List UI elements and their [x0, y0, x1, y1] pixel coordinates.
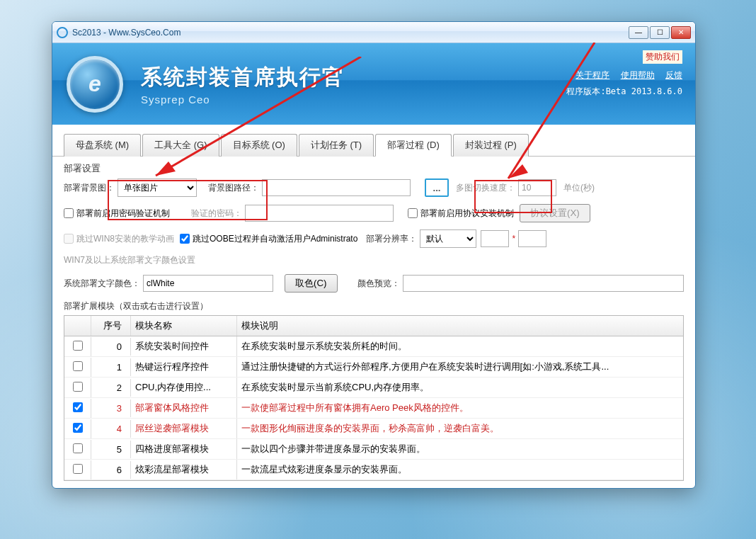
row-name: 热键运行程序控件	[131, 357, 237, 377]
row-checkbox[interactable]	[73, 423, 83, 433]
resolution-select[interactable]: 默认	[420, 229, 476, 248]
modules-title: 部署扩展模块（双击或右击进行设置）	[64, 300, 684, 312]
app-subtitle: Sysprep Ceo	[141, 93, 345, 106]
feedback-link[interactable]: 反馈	[665, 70, 682, 80]
browse-button[interactable]: ...	[425, 178, 449, 197]
modules-table: 序号 模块名称 模块说明 0系统安装时间控件在系统安装时显示系统安装所耗的时间。…	[64, 315, 684, 481]
pick-color-button[interactable]: 取色(C)	[285, 274, 338, 293]
pwd-enable-checkbox[interactable]: 部署前启用密码验证机制	[64, 208, 170, 220]
res-h-input[interactable]	[518, 230, 546, 247]
row-checkbox[interactable]	[73, 402, 83, 412]
table-header: 序号 模块名称 模块说明	[64, 316, 683, 336]
row-num: 1	[91, 358, 131, 376]
app-title: 系统封装首席执行官	[141, 63, 345, 92]
res-sep: *	[512, 234, 515, 244]
maximize-button[interactable]: ☐	[650, 26, 670, 39]
pwd-input[interactable]	[245, 205, 394, 222]
app-window: Sc2013 - Www.SysCeo.Com — ☐ ✕ e 系统封装首席执行…	[52, 21, 696, 489]
switch-speed-label: 多图切换速度：	[456, 182, 515, 194]
row-checkbox[interactable]	[73, 464, 83, 474]
row-checkbox[interactable]	[73, 341, 83, 351]
row-desc: 在系统安装时显示当前系统CPU,内存使用率。	[237, 378, 683, 397]
row-num: 2	[91, 379, 131, 397]
logo: e	[67, 56, 123, 113]
table-row[interactable]: 3部署窗体风格控件一款使部署过程中所有窗体拥有Aero Peek风格的控件。	[64, 398, 683, 419]
header-links: 赞助我们 关于程序 使用帮助 反馈 程序版本:Beta 2013.8.6.0	[566, 50, 682, 98]
row-desc: 一款以四个步骤并带进度条显示的安装界面。	[237, 439, 683, 459]
font-color-label: 系统部署文字颜色：	[64, 278, 140, 290]
table-row[interactable]: 5四格进度部署模块一款以四个步骤并带进度条显示的安装界面。	[64, 439, 683, 460]
color-preview-label: 颜色预览：	[357, 278, 400, 290]
proto-settings-button[interactable]: 协议设置(X)	[520, 204, 590, 222]
switch-unit: 单位(秒)	[563, 182, 595, 194]
row-name: 屌丝逆袭部署模块	[131, 419, 237, 438]
table-row[interactable]: 0系统安装时间控件在系统安装时显示系统安装所耗的时间。	[64, 336, 683, 357]
deploy-group-title: 部署设置	[64, 162, 684, 175]
table-row[interactable]: 1热键运行程序控件通过注册快捷键的方式运行外部程序,方便用户在系统安装时进行调用…	[64, 357, 683, 378]
th-num: 序号	[91, 316, 131, 336]
sponsor-link[interactable]: 赞助我们	[643, 50, 682, 64]
tab-mother[interactable]: 母盘系统 (M)	[64, 134, 141, 157]
close-button[interactable]: ✕	[671, 26, 691, 39]
row-name: 系统安装时间控件	[131, 336, 237, 356]
bg-mode-select[interactable]: 单张图片	[118, 178, 197, 197]
content: 部署设置 部署背景图： 单张图片 背景图路径： ... 多图切换速度： 单位(秒…	[52, 157, 695, 487]
table-row[interactable]: 6炫彩流星部署模块一款流星式炫彩进度条显示的安装界面。	[64, 460, 683, 480]
row-num: 3	[91, 399, 131, 417]
table-row[interactable]: 4屌丝逆袭部署模块一款图形化绚丽进度条的安装界面，秒杀高富帅，逆袭白富美。	[64, 419, 683, 439]
bg-label: 部署背景图：	[64, 182, 115, 194]
row-checkbox[interactable]	[73, 361, 83, 371]
titlebar: Sc2013 - Www.SysCeo.Com — ☐ ✕	[52, 22, 695, 43]
window-title: Sc2013 - Www.SysCeo.Com	[72, 28, 181, 38]
table-row[interactable]: 2CPU,内存使用控...在系统安装时显示当前系统CPU,内存使用率。	[64, 378, 683, 398]
help-link[interactable]: 使用帮助	[621, 70, 655, 80]
pwd-label: 验证的密码：	[191, 208, 242, 220]
th-desc: 模块说明	[237, 316, 683, 336]
row-desc: 一款使部署过程中所有窗体拥有Aero Peek风格的控件。	[237, 398, 683, 418]
row-name: CPU,内存使用控...	[131, 378, 237, 397]
row-name: 部署窗体风格控件	[131, 398, 237, 418]
font-color-input[interactable]	[143, 275, 273, 292]
row-num: 6	[91, 461, 131, 479]
row-desc: 通过注册快捷键的方式运行外部程序,方便用户在系统安装时进行调用[如:小游戏,系统…	[237, 357, 683, 377]
bg-path-label: 背景图路径：	[208, 182, 259, 194]
color-preview	[403, 275, 684, 292]
row-num: 0	[91, 338, 131, 356]
app-header: e 系统封装首席执行官 Sysprep Ceo 赞助我们 关于程序 使用帮助 反…	[52, 43, 695, 125]
th-name: 模块名称	[131, 316, 237, 336]
tabs: 母盘系统 (M) 工具大全 (G) 目标系统 (O) 计划任务 (T) 部署过程…	[52, 125, 695, 157]
row-checkbox[interactable]	[73, 443, 83, 453]
row-checkbox[interactable]	[73, 382, 83, 392]
logo-icon: e	[67, 56, 123, 113]
proto-enable-checkbox[interactable]: 部署前启用协议安装机制	[408, 208, 514, 220]
minimize-button[interactable]: —	[629, 26, 648, 39]
row-desc: 在系统安装时显示系统安装所耗的时间。	[237, 336, 683, 356]
tab-deploy[interactable]: 部署过程 (D)	[375, 134, 452, 157]
row-num: 4	[91, 420, 131, 438]
tab-pack[interactable]: 封装过程 (P)	[453, 134, 529, 157]
app-icon	[57, 27, 68, 38]
row-name: 炫彩流星部署模块	[131, 460, 237, 480]
row-num: 5	[91, 441, 131, 458]
tab-tools[interactable]: 工具大全 (G)	[142, 134, 219, 157]
row-desc: 一款图形化绚丽进度条的安装界面，秒杀高富帅，逆袭白富美。	[237, 419, 683, 438]
switch-speed-input[interactable]	[518, 179, 556, 196]
tab-target[interactable]: 目标系统 (O)	[221, 134, 297, 157]
resolution-label: 部署分辨率：	[366, 233, 417, 245]
bg-path-input[interactable]	[262, 179, 411, 196]
row-desc: 一款流星式炫彩进度条显示的安装界面。	[237, 460, 683, 480]
skip-win8-checkbox[interactable]: 跳过WIN8安装的教学动画	[64, 233, 174, 245]
res-w-input[interactable]	[481, 230, 509, 247]
skip-oobe-checkbox[interactable]: 跳过OOBE过程并自动激活用户Administrato	[180, 233, 357, 245]
version-text: 程序版本:Beta 2013.8.6.0	[566, 86, 682, 98]
about-link[interactable]: 关于程序	[575, 70, 609, 80]
font-section-title: WIN7及以上系统部署文字颜色设置	[64, 254, 684, 266]
tab-tasks[interactable]: 计划任务 (T)	[299, 134, 374, 157]
row-name: 四格进度部署模块	[131, 439, 237, 459]
